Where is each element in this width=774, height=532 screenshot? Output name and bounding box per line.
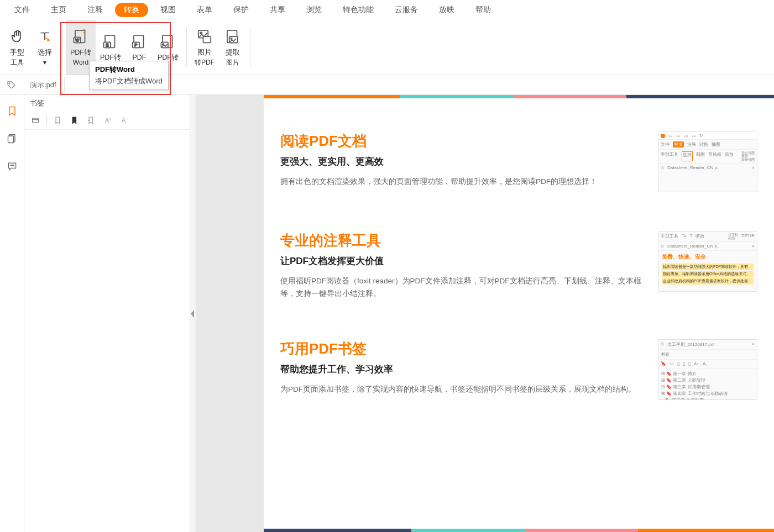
svg-rect-24 xyxy=(33,118,39,123)
select-tool-button[interactable]: 选择 ▾ xyxy=(31,20,59,75)
pdf-excel-icon: E xyxy=(101,32,120,51)
feature1-sub: 更强大、更实用、更高效 xyxy=(280,155,648,168)
svg-rect-14 xyxy=(203,36,211,43)
feature2-desc: 使用福昕PDF阅读器（foxit reader）为PDF文件添加注释，可对PDF… xyxy=(280,275,648,301)
delete-bookmark-icon[interactable] xyxy=(86,115,97,126)
image-to-pdf-button[interactable]: 图片 转PDF xyxy=(190,20,219,75)
extract-image-button[interactable]: 提取 图片 xyxy=(219,20,247,75)
svg-point-13 xyxy=(200,32,202,34)
pages-panel-icon[interactable] xyxy=(6,133,18,145)
hand-tool-button[interactable]: 手型 工具 xyxy=(3,20,31,75)
feature-bookmarks: 巧用PDF书签 帮助您提升工作、学习效率 为PDF页面添加书签，除了实现内容的快… xyxy=(280,339,757,400)
feature3-desc: 为PDF页面添加书签，除了实现内容的快速导航，书签还能指明不同书签的层级关系，展… xyxy=(280,383,648,396)
feature1-title: 阅读PDF文档 xyxy=(280,131,648,151)
font-increase-icon[interactable] xyxy=(102,115,113,126)
tooltip: PDF转Word 将PDF文档转成Word xyxy=(89,61,169,90)
feature3-sub: 帮助您提升工作、学习效率 xyxy=(280,363,648,376)
panel-resize-handle[interactable] xyxy=(190,95,196,532)
menu-browse[interactable]: 浏览 xyxy=(297,3,331,17)
menu-cloud[interactable]: 云服务 xyxy=(386,3,427,17)
main-area: 书签 阅读PDF文档 更强大、更实用、更高效 xyxy=(0,95,774,532)
ribbon-divider xyxy=(62,28,62,67)
menu-view[interactable]: 视图 xyxy=(151,3,185,17)
menu-protect[interactable]: 保护 xyxy=(224,3,258,17)
feature1-desc: 拥有出色的文档渲染效果，强大的页面管理功能，帮助提升效率，是您阅读PDF的理想选… xyxy=(280,176,648,188)
menu-help[interactable]: 帮助 xyxy=(467,3,500,17)
feature-annotation: 专业的注释工具 让PDF文档发挥更大价值 使用福昕PDF阅读器（foxit re… xyxy=(280,231,757,301)
add-bookmark-icon[interactable] xyxy=(53,115,64,126)
ribbon-divider xyxy=(186,28,187,67)
document-page: 阅读PDF文档 更强大、更实用、更高效 拥有出色的文档渲染效果，强大的页面管理功… xyxy=(264,95,774,532)
menu-home[interactable]: 主页 xyxy=(42,3,75,17)
current-bookmark-icon[interactable] xyxy=(69,115,80,126)
menu-features[interactable]: 特色功能 xyxy=(334,3,383,17)
font-decrease-icon[interactable] xyxy=(119,115,130,126)
feature3-title: 巧用PDF书签 xyxy=(280,339,648,359)
svg-text:E: E xyxy=(106,43,108,48)
svg-point-22 xyxy=(12,165,12,166)
collapse-icon[interactable] xyxy=(30,115,41,126)
image-to-pdf-icon xyxy=(195,27,214,46)
svg-point-18 xyxy=(9,82,10,83)
mini-side-options: 适合页面 重排 旋转视图 xyxy=(741,151,755,161)
menu-bar: 文件 主页 注释 转换 视图 表单 保护 共享 浏览 特色功能 云服务 放映 帮… xyxy=(0,0,774,20)
menu-file[interactable]: 文件 xyxy=(6,3,39,17)
bookmark-panel-icon[interactable] xyxy=(6,105,18,117)
document-viewport[interactable]: 阅读PDF文档 更强大、更实用、更高效 拥有出色的文档渲染效果，强大的页面管理功… xyxy=(196,95,774,532)
feature2-title: 专业的注释工具 xyxy=(280,231,648,250)
menu-share[interactable]: 共享 xyxy=(261,3,294,17)
svg-rect-20 xyxy=(8,136,13,143)
bottom-color-strip xyxy=(264,529,774,532)
menu-slideshow[interactable]: 放映 xyxy=(430,3,463,17)
feature1-thumbnail: ▭▭▭▭↻ 文件 主页 注释 转换 抽图 手型工具 选择 截图 剪贴板 xyxy=(658,131,757,192)
feature2-sub: 让PDF文档发挥更大价值 xyxy=(280,255,648,267)
tooltip-title: PDF转Word xyxy=(95,65,163,75)
menu-form[interactable]: 表单 xyxy=(188,3,221,17)
tooltip-desc: 将PDF文档转成Word xyxy=(95,76,163,86)
ribbon-divider xyxy=(250,28,250,67)
comments-panel-icon[interactable] xyxy=(6,160,18,172)
bookmarks-title: 书签 xyxy=(24,95,190,112)
bookmarks-toolbar xyxy=(24,112,190,130)
pdf-image-icon xyxy=(159,32,177,51)
svg-point-23 xyxy=(13,165,13,166)
bookmarks-panel: 书签 xyxy=(24,95,190,532)
tag-icon[interactable] xyxy=(0,80,22,90)
left-sidebar xyxy=(0,95,24,532)
pdf-word-icon: W xyxy=(71,27,90,46)
feature2-thumbnail: 手型工具 ToT 缩放 打字机 高亮 文件转换 ◇Datasheet_Reade… xyxy=(658,231,757,292)
text-select-icon xyxy=(35,27,54,46)
svg-text:P: P xyxy=(134,43,137,48)
pdf-ppt-icon: P xyxy=(130,32,149,51)
menu-annotate[interactable]: 注释 xyxy=(79,3,112,17)
svg-text:W: W xyxy=(75,38,80,43)
extract-image-icon xyxy=(223,27,242,46)
feature-read-pdf: 阅读PDF文档 更强大、更实用、更高效 拥有出色的文档渲染效果，强大的页面管理功… xyxy=(280,131,757,192)
document-tab[interactable]: 演示.pdf xyxy=(22,77,65,93)
hand-icon xyxy=(8,27,27,46)
separator xyxy=(46,116,47,125)
feature3-thumbnail: ◇员工手册_20120917.pdf× 书签 🔖▭▯▯▯A+A- ⊞ 🔖 第一章… xyxy=(658,339,757,400)
menu-convert[interactable]: 转换 xyxy=(115,3,148,17)
svg-point-21 xyxy=(10,165,11,166)
